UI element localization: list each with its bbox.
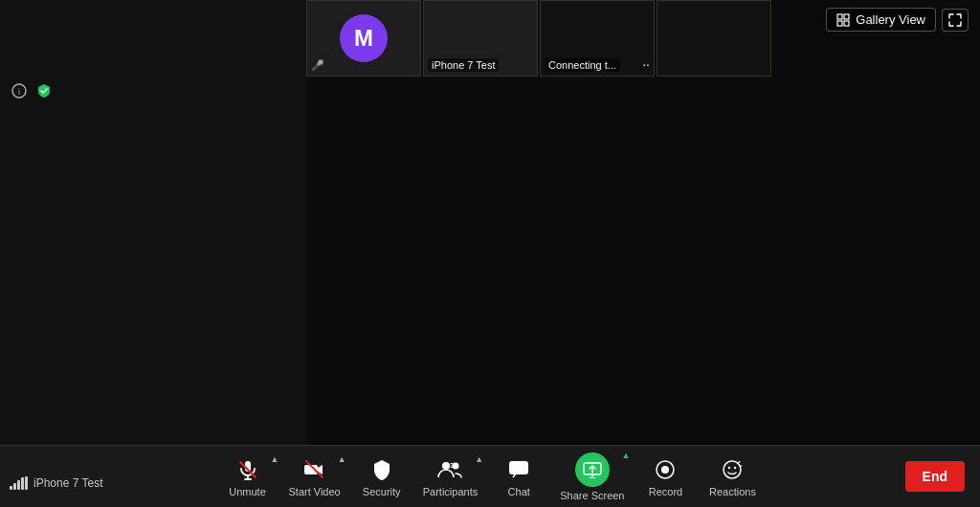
start-video-label: Start Video [289, 486, 341, 497]
info-icons-group: i [10, 81, 54, 100]
thumb-label-connecting: Connecting t... [545, 58, 620, 72]
participants-label: Participants [423, 486, 478, 497]
signal-bar-1 [10, 486, 12, 490]
svg-text:i: i [18, 87, 20, 97]
mic-icon-m: 🎤 [311, 59, 324, 72]
svg-point-17 [661, 466, 669, 474]
security-icon [368, 456, 395, 483]
svg-text:3: 3 [450, 461, 455, 470]
thumb-dots[interactable]: ·· [642, 56, 650, 72]
thumbnails-row: M 🎤 iPhone 7 Test Connecting t... ·· [306, 0, 923, 77]
share-screen-icon [575, 452, 610, 487]
app-container: i M 🎤 [0, 0, 980, 507]
signal-bar-2 [13, 483, 16, 490]
security-label: Security [363, 486, 401, 497]
chat-label: Chat [508, 486, 530, 497]
record-icon [652, 456, 679, 483]
main-video: M 🎤 iPhone 7 Test Connecting t... ·· [306, 0, 980, 445]
unmute-button[interactable]: Unmute ▲ [214, 451, 281, 503]
signal-bar-5 [25, 476, 28, 490]
video-caret[interactable]: ▲ [338, 454, 346, 464]
thumb-label-iphone: iPhone 7 Test [428, 58, 499, 72]
mic-off-icon [234, 456, 261, 483]
reactions-label: Reactions [709, 486, 756, 497]
unmute-caret[interactable]: ▲ [271, 454, 279, 464]
video-area: i M 🎤 [0, 0, 980, 445]
bottom-status: iPhone 7 Test [10, 476, 103, 490]
device-name-label: iPhone 7 Test [33, 476, 103, 490]
record-button[interactable]: Record [632, 451, 699, 503]
start-video-button[interactable]: Start Video ▲ [281, 451, 348, 503]
avatar-m: M [340, 14, 388, 62]
reactions-button[interactable]: Reactions [699, 451, 766, 503]
signal-bar-4 [21, 477, 24, 490]
thumbnail-4[interactable] [657, 0, 771, 77]
info-icon[interactable]: i [10, 81, 29, 100]
end-button[interactable]: End [905, 461, 965, 492]
signal-bar-3 [17, 480, 20, 490]
share-screen-button[interactable]: Share Screen ▲ [552, 447, 632, 507]
participants-icon: 3 [436, 456, 463, 483]
svg-point-18 [724, 461, 741, 478]
reactions-icon [719, 456, 746, 483]
share-screen-caret[interactable]: ▲ [622, 451, 631, 460]
svg-point-11 [442, 462, 450, 470]
fullscreen-button[interactable] [942, 9, 969, 32]
svg-point-19 [728, 466, 730, 468]
participants-caret[interactable]: ▲ [475, 454, 483, 464]
fullscreen-icon [948, 13, 962, 27]
chat-icon [505, 456, 532, 483]
thumbnail-m[interactable]: M 🎤 [306, 0, 421, 77]
record-label: Record [649, 486, 682, 497]
participants-button[interactable]: 3 Participants ▲ [415, 451, 485, 503]
thumbnail-connecting[interactable]: Connecting t... ·· [540, 0, 655, 77]
share-screen-label: Share Screen [560, 490, 624, 501]
unmute-label: Unmute [229, 486, 266, 497]
toolbar: iPhone 7 Test Unmute ▲ [0, 445, 980, 507]
chat-button[interactable]: Chat [485, 451, 552, 503]
svg-point-20 [734, 466, 736, 468]
security-button[interactable]: Security [348, 451, 415, 503]
svg-rect-14 [509, 461, 528, 474]
top-bar: M 🎤 iPhone 7 Test Connecting t... ·· [306, 0, 980, 39]
video-off-icon [301, 456, 328, 483]
signal-icon [10, 476, 28, 490]
thumbnail-iphone[interactable]: iPhone 7 Test [423, 0, 538, 77]
security-shield-icon[interactable] [34, 81, 54, 100]
left-panel: i [0, 0, 306, 445]
